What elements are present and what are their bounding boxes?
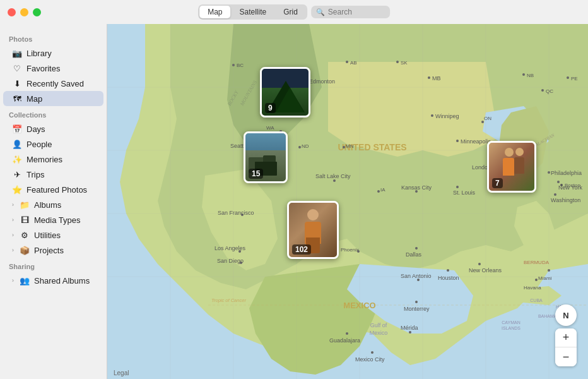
sidebar-item-shared-albums[interactable]: › 👥 Shared Albums (3, 273, 103, 288)
cluster-count-east: 7 (492, 178, 503, 188)
shared-albums-chevron-icon: › (12, 277, 14, 284)
projects-label: Projects (34, 246, 64, 255)
title-bar: Map Satellite Grid 🔍 (0, 0, 588, 24)
photo-cluster-bc[interactable]: 9 (260, 67, 310, 117)
legal-text[interactable]: Legal (114, 370, 129, 376)
svg-point-73 (377, 190, 380, 193)
sidebar-item-albums[interactable]: › 📁 Albums (3, 197, 103, 212)
svg-text:Philadelphia: Philadelphia (551, 170, 582, 176)
map-label-sidebar: Map (26, 94, 42, 104)
svg-point-89 (415, 301, 418, 303)
svg-text:San Antonio: San Antonio (401, 273, 432, 279)
svg-text:Miami: Miami (538, 275, 552, 281)
zoom-out-button[interactable]: − (555, 347, 577, 366)
svg-point-19 (541, 89, 544, 92)
cluster-count-bc: 9 (265, 103, 276, 113)
photos-section-label: Photos (0, 30, 107, 45)
albums-label: Albums (34, 200, 61, 210)
memories-label: Memories (26, 155, 62, 164)
svg-text:AB: AB (350, 60, 357, 66)
svg-text:ISLANDS: ISLANDS (502, 326, 520, 330)
svg-text:Edmonton: Edmonton (309, 78, 335, 85)
map-icon: 🗺 (12, 93, 22, 104)
media-types-chevron-icon: › (12, 217, 14, 223)
utilities-chevron-icon: › (12, 232, 14, 238)
map-background: ROCKY MOUNTAINS APPALACHIAN UNITED STATE… (107, 24, 588, 379)
projects-chevron-icon: › (12, 247, 14, 253)
sidebar-item-memories[interactable]: ✨ Memories (3, 152, 103, 167)
compass-button[interactable]: N (555, 304, 577, 326)
svg-text:MB: MB (432, 75, 441, 81)
memories-icon: ✨ (12, 154, 22, 164)
svg-text:BERMUDA: BERMUDA (524, 260, 550, 265)
svg-text:Mexico: Mexico (370, 330, 388, 336)
svg-text:Gulf of: Gulf of (370, 322, 387, 328)
svg-point-57 (333, 179, 336, 182)
featured-photos-icon: ⭐ (12, 184, 22, 195)
toolbar-center: Map Satellite Grid 🔍 (198, 4, 390, 20)
shared-albums-label: Shared Albums (34, 276, 90, 286)
svg-text:Mérida: Mérida (401, 325, 418, 331)
sidebar-item-library[interactable]: 📷 Library (3, 45, 103, 61)
svg-text:ND: ND (302, 143, 309, 149)
svg-point-29 (456, 140, 459, 142)
grid-view-button[interactable]: Grid (275, 6, 306, 18)
close-button[interactable] (8, 8, 16, 16)
sidebar-item-featured-photos[interactable]: ⭐ Featured Photos (3, 182, 103, 197)
albums-chevron-icon: › (12, 202, 14, 208)
sidebar-item-trips[interactable]: ✈ Trips (3, 167, 103, 182)
sidebar-item-map[interactable]: 🗺 Map (3, 91, 103, 106)
svg-point-17 (346, 61, 348, 63)
featured-photos-label: Featured Photos (26, 185, 87, 195)
svg-text:WA: WA (266, 125, 274, 131)
svg-text:Dallas: Dallas (406, 251, 422, 258)
svg-point-51 (557, 181, 560, 183)
sidebar-item-media-types[interactable]: › 🎞 Media Types (3, 212, 103, 227)
map-view-button[interactable]: Map (199, 6, 230, 18)
recently-saved-label: Recently Saved (26, 79, 84, 88)
svg-point-93 (371, 351, 373, 354)
zoom-in-button[interactable]: + (555, 328, 577, 347)
sidebar-item-recently-saved[interactable]: ⬇ Recently Saved (3, 76, 103, 91)
cluster-count-sf: 102 (292, 244, 311, 255)
sidebar-item-people[interactable]: 👤 People (3, 136, 103, 152)
projects-icon: 📦 (20, 245, 30, 255)
sidebar-item-utilities[interactable]: › ⚙ Utilities (3, 227, 103, 243)
minimize-button[interactable] (20, 8, 28, 16)
svg-text:MN: MN (346, 143, 354, 149)
photo-cluster-east[interactable]: 7 (487, 141, 536, 193)
library-label: Library (26, 49, 52, 58)
satellite-view-button[interactable]: Satellite (231, 6, 274, 18)
svg-point-13 (428, 76, 430, 79)
search-icon: 🔍 (316, 8, 325, 16)
days-label: Days (26, 124, 45, 134)
sidebar-item-days[interactable]: 📅 Days (3, 121, 103, 136)
sidebar-item-projects[interactable]: › 📦 Projects (3, 243, 103, 258)
svg-text:Washington: Washington (551, 197, 580, 203)
svg-point-41 (298, 146, 301, 148)
svg-text:Havana: Havana (524, 285, 541, 291)
recently-saved-icon: ⬇ (12, 78, 22, 88)
svg-point-21 (522, 73, 525, 76)
maximize-button[interactable] (33, 8, 41, 16)
search-input[interactable] (328, 8, 385, 16)
svg-point-85 (447, 269, 449, 272)
sidebar-item-favorites[interactable]: ♡ Favorites (3, 61, 103, 76)
svg-point-61 (456, 186, 459, 188)
photo-cluster-sf[interactable]: 102 (287, 201, 339, 259)
svg-point-23 (567, 76, 569, 79)
svg-text:Minneapolis: Minneapolis (461, 138, 491, 145)
media-types-icon: 🎞 (20, 215, 30, 225)
compass-n-label: N (563, 311, 568, 320)
sidebar: Photos 📷 Library ♡ Favorites ⬇ Recently … (0, 24, 107, 379)
map-area[interactable]: ROCKY MOUNTAINS APPALACHIAN UNITED STATE… (107, 24, 588, 379)
main-area: Photos 📷 Library ♡ Favorites ⬇ Recently … (0, 24, 588, 379)
svg-text:Tropic of Cancer: Tropic of Cancer (211, 298, 246, 303)
svg-text:CAYMAN: CAYMAN (502, 320, 520, 325)
svg-text:Monterrey: Monterrey (404, 306, 430, 312)
svg-point-97 (535, 279, 538, 281)
utilities-icon: ⚙ (20, 230, 30, 240)
svg-point-53 (554, 193, 556, 196)
svg-text:Salt Lake City: Salt Lake City (315, 173, 351, 179)
photo-cluster-wa[interactable]: 15 (244, 131, 288, 183)
